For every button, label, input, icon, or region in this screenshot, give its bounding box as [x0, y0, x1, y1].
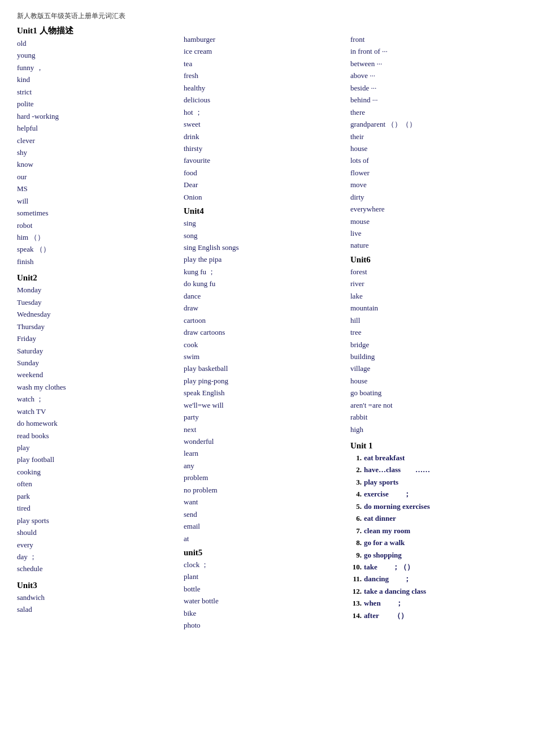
list-item: cook: [184, 339, 345, 351]
list-item: party: [184, 411, 345, 423]
list-item: we'll=we will: [184, 399, 345, 411]
list-item: their: [350, 131, 511, 142]
list-item: young: [17, 49, 178, 61]
list-item: hard -working: [17, 110, 178, 122]
list-item: watch ；: [17, 393, 178, 405]
list-item: day ；: [17, 551, 178, 563]
list-item: drink: [184, 131, 345, 142]
list-item: food: [184, 167, 345, 179]
unit1-title: Unit1 人物描述: [17, 25, 178, 36]
list-item: every: [17, 539, 178, 551]
list-item: salad: [17, 603, 178, 615]
list-item: him （）: [17, 231, 178, 243]
list-item: do homework: [17, 417, 178, 429]
list-item: no problem: [184, 484, 345, 496]
list-item: speak （）: [17, 243, 178, 255]
list-item: Tuesday: [17, 296, 178, 308]
list-item: at: [184, 533, 345, 545]
list-item: bridge: [350, 339, 511, 351]
unit3-words: sandwichsalad: [17, 591, 178, 616]
list-item: play sports: [17, 515, 178, 526]
list-item: draw: [184, 302, 345, 314]
list-item: 12.take a dancing class: [350, 585, 511, 597]
list-item: park: [17, 490, 178, 502]
list-item: any: [184, 460, 345, 472]
list-item: bottle: [184, 583, 345, 595]
list-item: hot ；: [184, 106, 345, 118]
list-item: between ···: [350, 58, 511, 70]
unit6-words: forestriverlakemountainhilltreebridgebui…: [350, 266, 511, 435]
list-item: 4.exercise ；: [350, 488, 511, 500]
list-item: dance: [184, 290, 345, 302]
list-item: flower: [350, 167, 511, 179]
list-item: know: [17, 158, 178, 170]
list-item: lake: [350, 290, 511, 302]
list-item: next: [184, 424, 345, 435]
list-item: grandparent （）（）: [350, 118, 511, 130]
list-item: robot: [17, 219, 178, 231]
list-item: Sunday: [17, 357, 178, 369]
list-item: play ping-pong: [184, 375, 345, 387]
list-item: kind: [17, 74, 178, 85]
list-item: sandwich: [17, 591, 178, 603]
list-item: Wednesday: [17, 308, 178, 320]
list-item: 8.go for a walk: [350, 537, 511, 548]
column-3: frontin front of ···between ···above ···…: [350, 23, 517, 621]
list-item: everywhere: [350, 203, 511, 215]
list-item: polite: [17, 98, 178, 110]
list-item: swim: [184, 351, 345, 362]
list-item: move: [350, 179, 511, 191]
list-item: in front of ···: [350, 45, 511, 57]
list-item: do kung fu: [184, 278, 345, 290]
list-item: 6.eat dinner: [350, 512, 511, 524]
list-item: wash my clothes: [17, 381, 178, 393]
list-item: mountain: [350, 302, 511, 314]
list-item: bike: [184, 607, 345, 619]
list-item: above ···: [350, 70, 511, 81]
list-item: weekend: [17, 369, 178, 381]
list-item: want: [184, 496, 345, 508]
list-item: dirty: [350, 191, 511, 203]
unit2-words: MondayTuesdayWednesdayThursdayFridaySatu…: [17, 284, 178, 575]
list-item: sweet: [184, 118, 345, 130]
list-item: nature: [350, 239, 511, 251]
list-item: delicious: [184, 94, 345, 106]
list-item: village: [350, 362, 511, 374]
list-item: helpful: [17, 122, 178, 134]
list-item: 9.go shopping: [350, 549, 511, 561]
list-item: Onion: [184, 191, 345, 203]
list-item: front: [350, 33, 511, 45]
list-item: play: [17, 442, 178, 453]
list-item: hill: [350, 314, 511, 326]
list-item: plant: [184, 571, 345, 582]
list-item: MS: [17, 183, 178, 195]
list-item: often: [17, 478, 178, 490]
list-item: house: [350, 142, 511, 154]
list-item: email: [184, 520, 345, 532]
list-item: read books: [17, 430, 178, 442]
list-item: clever: [17, 135, 178, 146]
unit1-numbered-list: 1.eat breakfast2.have…class ……3.play spo…: [350, 452, 511, 621]
list-item: Saturday: [17, 345, 178, 357]
list-item: 5.do morning exercises: [350, 500, 511, 512]
unit4-words: singsongsing English songsplay the pipak…: [184, 217, 345, 545]
list-item: should: [17, 526, 178, 538]
list-item: building: [350, 351, 511, 362]
list-item: shy: [17, 146, 178, 158]
list-item: ice cream: [184, 45, 345, 57]
list-item: river: [350, 278, 511, 290]
page-header: 新人教版五年级英语上册单元词汇表: [17, 11, 517, 21]
list-item: 3.play sports: [350, 476, 511, 488]
list-item: sing English songs: [184, 241, 345, 253]
list-item: finish: [17, 256, 178, 267]
list-item: draw cartoons: [184, 326, 345, 338]
list-item: play football: [17, 453, 178, 465]
unit3-title: Unit3: [17, 581, 178, 590]
list-item: problem: [184, 472, 345, 483]
list-item: learn: [184, 447, 345, 459]
unit3-rest-words: hamburgerice creamteafreshhealthydelicio…: [184, 33, 345, 203]
list-item: tired: [17, 502, 178, 514]
list-item: lots of: [350, 154, 511, 166]
list-item: high: [350, 424, 511, 435]
list-item: song: [184, 230, 345, 241]
